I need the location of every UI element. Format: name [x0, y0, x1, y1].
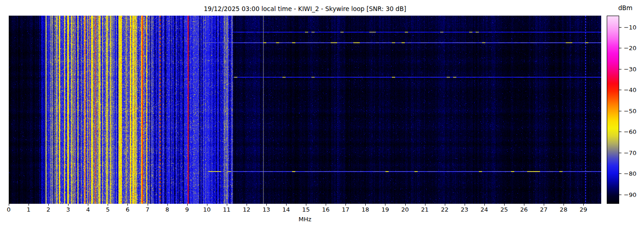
x-tick-mark — [108, 204, 108, 206]
x-tick-mark — [148, 204, 148, 206]
colorbar-tick-mark — [619, 132, 621, 132]
chart-title: 19/12/2025 03:00 local time - KIWI_2 - S… — [9, 5, 601, 12]
colorbar-unit-label: dBm — [618, 4, 632, 12]
x-tick-mark — [425, 204, 426, 206]
x-tick-mark — [365, 204, 366, 206]
x-tick-mark — [266, 204, 267, 206]
x-tick-mark — [445, 204, 445, 206]
x-axis-label: MHz — [299, 216, 311, 223]
x-tick-mark — [564, 204, 564, 206]
x-tick-mark — [544, 204, 544, 206]
x-tick-mark — [286, 204, 287, 206]
colorbar-tick-label: −70 — [624, 149, 636, 156]
x-tick-label: 15 — [302, 206, 310, 213]
x-tick-mark — [484, 204, 485, 206]
colorbar-tick-label: −60 — [624, 128, 636, 135]
colorbar-tick-label: −50 — [624, 107, 636, 114]
colorbar-tick-label: −20 — [624, 45, 636, 52]
x-tick-label: 26 — [520, 206, 528, 213]
x-tick-mark — [405, 204, 406, 206]
x-tick-mark — [88, 204, 88, 206]
colorbar-tick-mark — [619, 69, 621, 69]
x-tick-label: 20 — [401, 206, 409, 213]
x-tick-mark — [167, 204, 168, 206]
x-tick-label: 7 — [145, 206, 149, 213]
x-tick-mark — [504, 204, 505, 206]
x-tick-mark — [326, 204, 326, 206]
x-tick-mark — [306, 204, 306, 206]
colorbar-tick-mark — [619, 48, 621, 48]
x-tick-label: 21 — [421, 206, 429, 213]
x-tick-mark — [48, 204, 49, 206]
x-tick-mark — [524, 204, 524, 206]
x-tick-label: 28 — [560, 206, 568, 213]
colorbar-tick-label: −10 — [624, 23, 636, 30]
x-tick-label: 4 — [86, 206, 90, 213]
x-tick-mark — [127, 204, 128, 206]
x-tick-mark — [247, 204, 247, 206]
x-tick-mark — [207, 204, 207, 206]
x-tick-label: 16 — [322, 206, 330, 213]
x-tick-label: 22 — [441, 206, 448, 213]
x-tick-label: 18 — [362, 206, 369, 213]
x-tick-label: 17 — [342, 206, 350, 213]
x-tick-label: 19 — [381, 206, 389, 213]
x-tick-mark — [9, 204, 9, 206]
x-tick-label: 2 — [46, 206, 50, 213]
x-tick-label: 0 — [7, 206, 11, 213]
x-tick-mark — [29, 204, 29, 206]
colorbar-tick-mark — [619, 173, 621, 174]
x-tick-label: 10 — [203, 206, 211, 213]
colorbar-tick-label: −30 — [624, 65, 636, 72]
x-tick-label: 5 — [106, 206, 109, 213]
x-tick-label: 12 — [243, 206, 251, 213]
x-tick-mark — [345, 204, 346, 206]
spectrogram-canvas — [9, 16, 601, 204]
x-tick-mark — [227, 204, 227, 206]
colorbar-tick-label: −80 — [624, 170, 636, 177]
x-tick-label: 9 — [185, 206, 189, 213]
x-tick-label: 14 — [282, 206, 290, 213]
colorbar-tick-mark — [619, 27, 621, 28]
x-tick-label: 25 — [500, 206, 508, 213]
x-tick-label: 27 — [540, 206, 548, 213]
x-tick-label: 11 — [223, 206, 231, 213]
x-tick-mark — [583, 204, 584, 206]
x-tick-mark — [187, 204, 188, 206]
colorbar-tick-label: −40 — [624, 86, 636, 93]
x-tick-label: 29 — [580, 206, 587, 213]
colorbar-tick-mark — [619, 153, 621, 153]
x-tick-label: 8 — [165, 206, 169, 213]
colorbar-tick-mark — [619, 195, 621, 195]
x-tick-label: 3 — [66, 206, 70, 213]
x-tick-label: 6 — [126, 206, 129, 213]
spectrogram-figure: 19/12/2025 03:00 local time - KIWI_2 - S… — [0, 0, 644, 230]
x-tick-mark — [465, 204, 465, 206]
x-tick-label: 1 — [27, 206, 30, 213]
x-tick-label: 24 — [481, 206, 489, 213]
colorbar-tick-mark — [619, 111, 621, 111]
colorbar — [607, 16, 619, 204]
x-tick-label: 13 — [263, 206, 270, 213]
x-tick-mark — [68, 204, 69, 206]
colorbar-tick-mark — [619, 90, 621, 90]
x-tick-label: 23 — [460, 206, 468, 213]
x-tick-mark — [385, 204, 385, 206]
colorbar-tick-label: −90 — [624, 191, 636, 198]
